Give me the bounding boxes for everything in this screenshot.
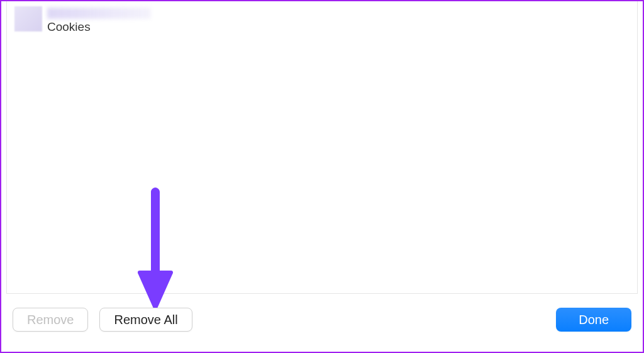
site-text-block: Cookies (47, 6, 151, 34)
site-favicon-icon (14, 6, 42, 31)
website-data-list: Cookies (6, 1, 638, 294)
site-name-redacted (47, 8, 151, 19)
dialog-button-bar: Remove Remove All Done (1, 293, 643, 352)
remove-all-button[interactable]: Remove All (99, 308, 192, 332)
site-data-type-label: Cookies (47, 20, 151, 34)
website-data-row[interactable]: Cookies (7, 1, 637, 39)
done-button[interactable]: Done (556, 308, 631, 332)
remove-button[interactable]: Remove (13, 308, 88, 332)
